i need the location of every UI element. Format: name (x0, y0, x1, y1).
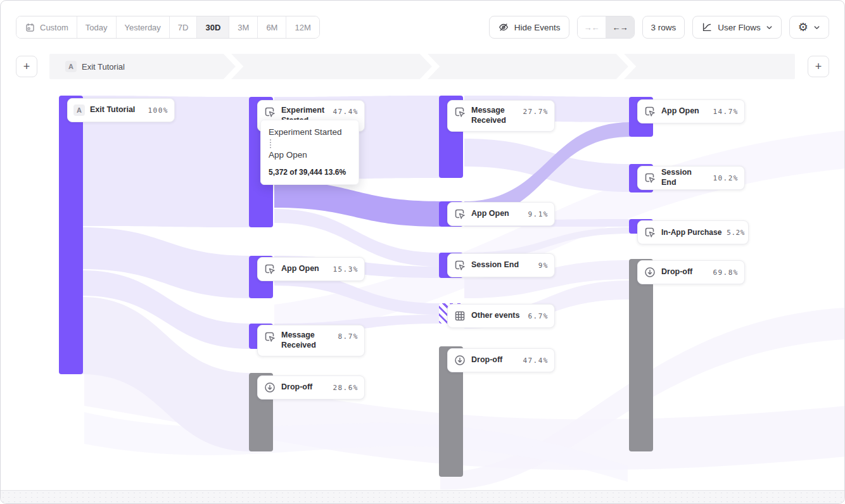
add-step-left-button[interactable]: + (16, 56, 37, 77)
node-percent: 5.2% (727, 229, 745, 237)
steps-bar[interactable]: A Exit Tutorial (49, 54, 795, 79)
date-range-12m[interactable]: 12M (286, 16, 319, 38)
node-label: Session End (471, 260, 533, 270)
plus-icon: + (23, 60, 30, 73)
node-session-end-step4[interactable]: Session End 10.2% (637, 166, 745, 190)
date-range-today[interactable]: Today (77, 16, 117, 38)
toolbar: Custom Today Yesterday 7D 30D 3M 6M 12M … (1, 1, 844, 39)
node-dropoff-step3[interactable]: Drop-off 47.4% (447, 348, 555, 372)
toolbar-right: Hide Events →← ←→ 3 rows User Flows ⚙ (489, 16, 829, 39)
node-percent: 9% (538, 261, 549, 270)
footer-scroll-strip[interactable] (1, 490, 844, 503)
node-dropoff-step4[interactable]: Drop-off 69.8% (637, 260, 745, 284)
step-a-title: Exit Tutorial (82, 62, 125, 72)
chevron-down-icon (766, 21, 773, 34)
date-range-label: Today (86, 23, 108, 32)
tooltip-source-event: Experiment Started (269, 127, 351, 137)
node-label: Drop-off (661, 267, 708, 277)
date-range-yesterday[interactable]: Yesterday (117, 16, 170, 38)
chart-type-label: User Flows (718, 23, 761, 32)
event-icon (644, 226, 656, 239)
bar-dropoff-step4[interactable] (629, 259, 653, 451)
step-a[interactable]: A Exit Tutorial (65, 54, 125, 79)
date-range-label: 12M (295, 23, 310, 32)
gear-icon: ⚙ (798, 22, 808, 33)
step-separators (49, 54, 795, 79)
node-session-end-step3[interactable]: Session End 9% (447, 253, 555, 277)
node-app-open-step3[interactable]: App Open 9.1% (447, 202, 555, 226)
collapse-expand-toggle: →← ←→ (577, 16, 635, 39)
node-percent: 14.7% (713, 108, 739, 116)
plus-icon: + (815, 60, 822, 73)
tooltip-stat: 5,372 of 39,444 13.6% (269, 168, 351, 177)
event-icon (264, 263, 276, 275)
date-range-selector: Custom Today Yesterday 7D 30D 3M 6M 12M (16, 16, 320, 39)
node-exit-tutorial[interactable]: A Exit Tutorial 100% (67, 98, 175, 122)
expand-icon: ←→ (613, 23, 628, 32)
grid-icon (454, 310, 466, 322)
step-a-badge: A (65, 61, 77, 72)
node-label: In-App Purchase (661, 228, 721, 237)
date-range-label: 3M (238, 23, 249, 32)
node-label: Other events (471, 311, 523, 321)
date-range-custom[interactable]: Custom (16, 16, 77, 38)
node-app-open-step4[interactable]: App Open 14.7% (637, 99, 745, 123)
node-label: Session End (661, 168, 708, 187)
step-a-badge: A (73, 104, 85, 116)
event-icon (264, 106, 276, 118)
date-range-label: Custom (40, 23, 68, 32)
hide-events-button[interactable]: Hide Events (489, 16, 569, 39)
node-label: Exit Tutorial (90, 105, 143, 115)
flow-steps-header: + A Exit Tutorial + (1, 54, 844, 79)
date-range-30d[interactable]: 30D (197, 16, 229, 38)
chevron-down-icon (813, 21, 820, 34)
chart-icon (701, 21, 713, 34)
node-percent: 15.3% (333, 265, 359, 274)
node-message-received-step3[interactable]: Message Received 27.7% (447, 100, 555, 132)
event-icon (644, 105, 656, 118)
node-percent: 28.6% (333, 384, 359, 392)
eye-off-icon (498, 21, 509, 34)
date-range-label: 7D (178, 23, 189, 32)
rows-label: 3 rows (651, 23, 677, 32)
node-other-events-step3[interactable]: Other events 6.7% (447, 304, 555, 328)
node-percent: 69.8% (713, 268, 739, 277)
event-icon (454, 259, 466, 272)
bar-exit-tutorial[interactable] (59, 96, 83, 374)
date-range-7d[interactable]: 7D (170, 16, 198, 38)
node-percent: 9.1% (528, 210, 549, 218)
tooltip-target-event: App Open (269, 150, 351, 160)
node-percent: 10.2% (713, 174, 739, 182)
event-icon (264, 331, 276, 343)
chevron-right-icon (618, 54, 632, 79)
date-range-6m[interactable]: 6M (258, 16, 286, 38)
rows-button[interactable]: 3 rows (642, 16, 685, 39)
link-tooltip: Experiment Started App Open 5,372 of 39,… (260, 120, 359, 185)
node-percent: 47.4% (333, 108, 359, 116)
node-label: Message Received (471, 106, 518, 125)
dropoff-icon (644, 266, 656, 279)
event-icon (644, 172, 656, 184)
node-in-app-purchase-step4[interactable]: In-App Purchase 5.2% (637, 220, 749, 244)
node-label: Drop-off (471, 355, 518, 365)
node-label: Drop-off (281, 382, 327, 393)
node-percent: 27.7% (523, 108, 549, 116)
date-range-label: 30D (205, 23, 220, 32)
node-percent: 100% (148, 106, 169, 115)
node-app-open-step2[interactable]: App Open 15.3% (257, 257, 365, 281)
node-message-received-step2[interactable]: Message Received 8.7% (257, 325, 365, 356)
settings-dropdown[interactable]: ⚙ (789, 16, 829, 39)
chart-type-dropdown[interactable]: User Flows (692, 16, 782, 39)
user-flows-app: A Exit Tutorial 100% Experiment Started … (0, 0, 845, 504)
collapse-columns-button[interactable]: →← (578, 16, 606, 38)
dropoff-icon (264, 381, 276, 394)
expand-columns-button[interactable]: ←→ (606, 16, 634, 38)
chevron-right-icon (226, 54, 239, 79)
node-dropoff-step2[interactable]: Drop-off 28.6% (257, 375, 365, 400)
tooltip-connector (270, 139, 271, 148)
hide-events-label: Hide Events (514, 23, 561, 32)
calendar-icon (25, 21, 35, 34)
date-range-3m[interactable]: 3M (229, 16, 258, 38)
add-step-right-button[interactable]: + (808, 56, 829, 77)
node-percent: 6.7% (528, 312, 549, 320)
